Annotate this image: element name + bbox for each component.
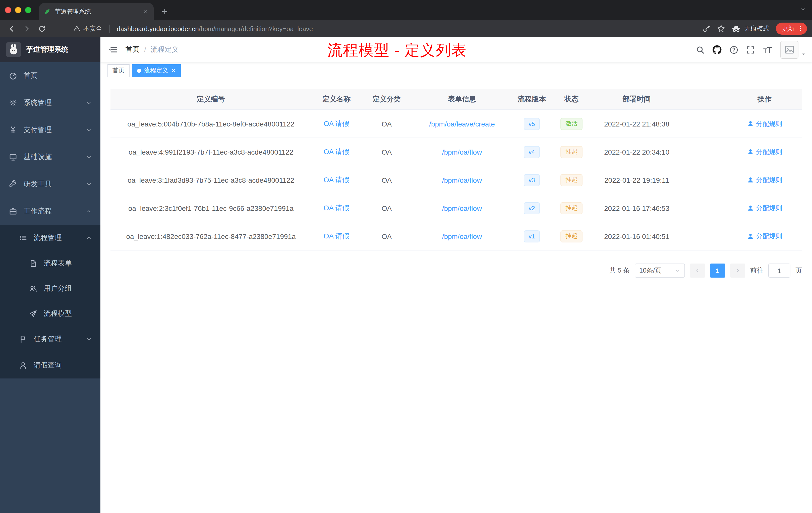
browser-tab[interactable]: 芋道管理系统 <box>39 3 154 20</box>
incognito-icon <box>732 24 741 33</box>
form-link[interactable]: /bpm/oa/flow <box>442 148 482 156</box>
table-row: oa_leave:4:991f2193-7b7f-11ec-a3c8-acde4… <box>111 138 802 166</box>
chevron-up-icon <box>86 235 92 241</box>
next-page-button[interactable] <box>730 264 745 278</box>
back-button[interactable] <box>5 22 18 35</box>
user-icon <box>747 149 754 155</box>
list-icon <box>19 234 27 242</box>
status-badge: 挂起 <box>560 230 582 242</box>
user-menu[interactable] <box>780 41 806 59</box>
monitor-icon <box>9 153 17 161</box>
sidebar-item-process-management[interactable]: 流程管理 <box>0 225 100 251</box>
table-row: oa_leave:5:004b710b-7b8a-11ec-8ef0-acde4… <box>111 110 802 138</box>
column-header-time: 部署时间 <box>591 89 682 110</box>
assign-rule-label: 分配规则 <box>756 204 782 213</box>
user-icon <box>747 177 754 183</box>
sidebar-item-system[interactable]: 系统管理 <box>0 89 100 117</box>
sidebar-item-payment[interactable]: 支付管理 <box>0 117 100 144</box>
tab-title: 芋道管理系统 <box>55 7 137 16</box>
tab-strip-chevron-down-icon[interactable] <box>800 6 806 12</box>
definition-name-link[interactable]: OA 请假 <box>324 175 349 184</box>
sidebar-item-devtools[interactable]: 研发工具 <box>0 171 100 198</box>
cell-id: oa_leave:2:3c1f0ef1-76b1-11ec-9c66-a2380… <box>111 194 311 222</box>
caret-down-icon <box>801 52 806 57</box>
fullscreen-icon[interactable] <box>746 46 755 54</box>
zoom-window-button[interactable] <box>25 7 31 13</box>
url-host: dashboard.yudao.iocoder.cn <box>117 25 199 32</box>
update-button[interactable]: 更新 <box>776 23 807 35</box>
password-key-icon[interactable] <box>702 25 710 33</box>
sidebar-item-home[interactable]: 首页 <box>0 62 100 89</box>
page-annotation: 流程模型 - 定义列表 <box>327 40 467 61</box>
tag-close-icon[interactable] <box>171 68 176 73</box>
page-jump-input[interactable] <box>768 264 790 278</box>
column-header-spacer <box>682 89 727 110</box>
cell-spacer <box>682 194 727 222</box>
definition-name-link[interactable]: OA 请假 <box>324 147 349 156</box>
sidebar-item-leave-query[interactable]: 请假查询 <box>0 352 100 379</box>
assign-rule-button[interactable]: 分配规则 <box>747 119 782 128</box>
status-badge: 挂起 <box>560 146 582 158</box>
tag-home[interactable]: 首页 <box>108 64 129 77</box>
font-size-icon[interactable] <box>763 46 772 54</box>
definition-name-link[interactable]: OA 请假 <box>324 204 349 213</box>
chevron-down-icon <box>674 268 680 274</box>
briefcase-icon <box>9 207 17 215</box>
address-bar[interactable]: dashboard.yudao.iocoder.cn/bpm/manager/d… <box>117 25 696 32</box>
cell-spacer <box>682 138 727 165</box>
version-badge: v5 <box>523 118 540 130</box>
avatar[interactable] <box>780 41 799 59</box>
status-badge: 激活 <box>560 118 582 130</box>
assign-rule-button[interactable]: 分配规则 <box>747 204 782 213</box>
page-number-button[interactable]: 1 <box>710 264 725 278</box>
sidebar-item-label: 流程表单 <box>44 259 72 268</box>
status-badge: 挂起 <box>560 174 582 186</box>
cell-id: oa_leave:1:482ec033-762a-11ec-8477-a2380… <box>111 222 311 250</box>
tag-label: 流程定义 <box>144 66 168 75</box>
sidebar-item-user-group[interactable]: 用户分组 <box>0 276 100 301</box>
bookmark-star-icon[interactable] <box>717 25 725 33</box>
form-link[interactable]: /bpm/oa/flow <box>442 232 482 240</box>
breadcrumb-home[interactable]: 首页 <box>125 45 140 54</box>
update-label: 更新 <box>782 24 794 33</box>
search-icon[interactable] <box>696 46 704 54</box>
assign-rule-button[interactable]: 分配规则 <box>747 232 782 241</box>
security-chip[interactable]: 不安全 <box>73 24 102 33</box>
page-size-select[interactable]: 10条/页 <box>635 264 685 278</box>
chevron-up-icon <box>86 208 92 214</box>
sidebar-item-infrastructure[interactable]: 基础设施 <box>0 144 100 171</box>
column-header-category: 定义分类 <box>361 89 412 110</box>
form-link[interactable]: /bpm/oa/flow <box>442 176 482 184</box>
definition-name-link[interactable]: OA 请假 <box>324 119 349 128</box>
definition-name-link[interactable]: OA 请假 <box>324 232 349 241</box>
minimize-window-button[interactable] <box>15 7 21 13</box>
close-window-button[interactable] <box>5 7 11 13</box>
hamburger-icon[interactable] <box>100 37 125 62</box>
tab-close-icon[interactable] <box>141 7 149 16</box>
new-tab-button[interactable] <box>158 4 172 19</box>
tag-process-definition[interactable]: 流程定义 <box>132 64 181 77</box>
security-warning-label: 不安全 <box>83 24 102 33</box>
toolbar-right: 无痕模式 更新 <box>702 23 807 35</box>
form-link[interactable]: /bpm/oa/leave/create <box>429 120 495 128</box>
chevron-down-icon <box>86 336 92 342</box>
help-question-icon[interactable] <box>730 46 738 54</box>
github-icon[interactable] <box>713 45 722 54</box>
form-link[interactable]: /bpm/oa/flow <box>442 204 482 212</box>
assign-rule-button[interactable]: 分配规则 <box>747 175 782 184</box>
assign-rule-button[interactable]: 分配规则 <box>747 147 782 156</box>
reload-button[interactable] <box>35 22 48 35</box>
sidebar-item-process-model[interactable]: 流程模型 <box>0 301 100 326</box>
version-badge: v1 <box>523 230 540 242</box>
forward-button[interactable] <box>20 22 33 35</box>
pagination: 共 5 条 10条/页 1 前往 页 <box>111 264 802 278</box>
sidebar-logo[interactable]: 芋道管理系统 <box>0 37 100 62</box>
cell-category: OA <box>361 110 412 138</box>
sidebar-item-process-form[interactable]: 流程表单 <box>0 251 100 276</box>
sidebar-item-workflow[interactable]: 工作流程 <box>0 198 100 225</box>
url-path: /bpm/manager/definition?key=oa_leave <box>199 25 313 32</box>
prev-page-button[interactable] <box>690 264 705 278</box>
sidebar-item-task-management[interactable]: 任务管理 <box>0 326 100 352</box>
chevron-down-icon <box>86 181 92 187</box>
cell-deploy-time: 2022-01-16 17:46:53 <box>591 194 682 222</box>
